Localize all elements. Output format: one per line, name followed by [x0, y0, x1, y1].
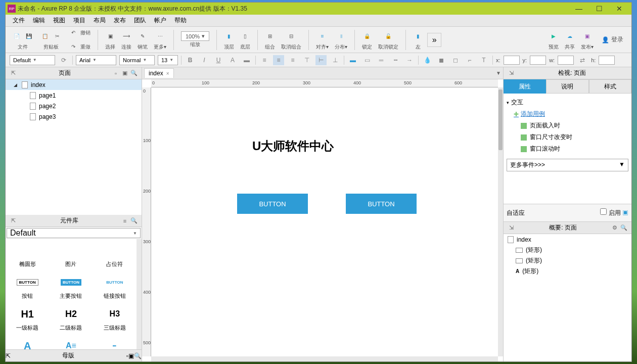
collapse-icon[interactable]: ⇲	[507, 223, 516, 233]
border-color-button[interactable]: ▭	[361, 55, 373, 65]
widget-link-button[interactable]: BUTTON链接按钮	[93, 271, 136, 303]
shadow-in-button[interactable]: ◻	[450, 55, 461, 65]
menu-file[interactable]: 文件	[9, 16, 29, 25]
collapse-icon[interactable]: ⇱	[9, 69, 18, 78]
shadow-out-button[interactable]: ◼	[436, 55, 447, 65]
canvas-scrollbar-v[interactable]	[498, 87, 503, 356]
menu-view[interactable]: 视图	[49, 16, 69, 25]
underline-button[interactable]: U	[213, 55, 224, 65]
add-page-icon[interactable]: ▫	[111, 69, 120, 78]
canvas-scrollbar-h[interactable]	[151, 356, 498, 361]
widget-more[interactable]: ┅	[93, 335, 136, 349]
align-middle-button[interactable]: ⊢	[315, 55, 327, 65]
publish-icon[interactable]: ▣	[582, 31, 593, 41]
align-right-button[interactable]: ≡	[287, 55, 298, 65]
arrow-button[interactable]: →	[404, 55, 415, 65]
event-window-resize[interactable]: 窗口尺寸改变时	[507, 131, 628, 143]
menu-project[interactable]: 项目	[69, 16, 89, 25]
style-reset-icon[interactable]: ⟳	[58, 55, 69, 65]
x-input[interactable]	[504, 56, 520, 65]
search-icon[interactable]: 🔍	[129, 69, 139, 78]
new-file-icon[interactable]: 📄	[12, 31, 22, 41]
page-row-index[interactable]: ◢index	[6, 79, 142, 90]
ungroup-icon[interactable]: ⊟	[286, 31, 296, 41]
widget-h1[interactable]: H1一级标题	[6, 303, 49, 335]
collapse-icon[interactable]: ⇲	[507, 69, 516, 78]
size-combo[interactable]: 13▼	[158, 55, 178, 65]
share-icon[interactable]: ☁	[565, 31, 575, 41]
group-icon[interactable]: ⊞	[265, 31, 275, 41]
align-center-button[interactable]: ≡	[273, 55, 284, 65]
minimize-button[interactable]: —	[569, 3, 589, 15]
outline-item[interactable]: A(矩形)	[504, 266, 631, 277]
preview-icon[interactable]: ▶	[549, 31, 559, 41]
distribute-icon[interactable]: ⦀	[336, 31, 346, 41]
widget-ellipse[interactable]: 椭圆形	[6, 239, 49, 271]
enable-checkbox[interactable]	[600, 208, 607, 215]
toolbar-overflow-button[interactable]: »	[427, 33, 441, 47]
connect-icon[interactable]: ⟶	[121, 31, 131, 41]
widget-button[interactable]: BUTTON按钮	[6, 271, 49, 303]
library-scrollbar[interactable]	[136, 239, 142, 349]
redo-icon[interactable]: ↷	[68, 42, 78, 52]
italic-button[interactable]: I	[199, 55, 210, 65]
collapse-icon[interactable]: ⇱	[9, 216, 18, 225]
outline-item[interactable]: (矩形)	[504, 255, 631, 266]
align-top-button[interactable]: ⊤	[301, 55, 312, 65]
widget-primary-button[interactable]: BUTTON主要按钮	[49, 271, 93, 303]
menu-layout[interactable]: 布局	[89, 16, 110, 25]
highlight-button[interactable]: ▬	[241, 55, 252, 65]
menu-edit[interactable]: 编辑	[29, 16, 49, 25]
menu-help[interactable]: 帮助	[170, 16, 191, 25]
corner-radius-button[interactable]: ⌐	[464, 55, 475, 65]
tab-style[interactable]: 样式	[589, 79, 631, 94]
canvas-heading[interactable]: U大师软件中心	[252, 138, 334, 154]
widget-image[interactable]: 图片	[49, 239, 93, 271]
undo-icon[interactable]: ↶	[68, 28, 78, 38]
paste-icon[interactable]: 📋	[40, 31, 50, 41]
h-input[interactable]	[599, 56, 615, 65]
align-left-button[interactable]: ≡	[259, 55, 270, 65]
weight-combo[interactable]: Normal▼	[119, 55, 155, 65]
filter-icon[interactable]: ⚙	[610, 223, 619, 233]
masters-panel-header[interactable]: ⇱ 母版 ▫ ▣ 🔍	[6, 349, 142, 361]
text-color-button[interactable]: A	[227, 55, 238, 65]
canvas-tab[interactable]: index×	[144, 68, 174, 78]
menu-publish[interactable]: 发布	[110, 16, 130, 25]
eyedropper-button[interactable]: 💧	[422, 55, 433, 65]
zoom-combo[interactable]: 100%▾	[181, 31, 209, 41]
widget-placeholder[interactable]: 占位符	[93, 239, 136, 271]
more-icon[interactable]: ⋯	[155, 31, 165, 41]
save-icon[interactable]: 💾	[24, 31, 34, 41]
line-width-button[interactable]: ═	[376, 55, 387, 65]
line-style-button[interactable]: ┅	[390, 55, 401, 65]
page-row[interactable]: page1	[6, 90, 142, 101]
back-icon[interactable]: ▯	[240, 31, 250, 41]
y-input[interactable]	[530, 56, 546, 65]
login-button[interactable]: 👤登录	[598, 35, 627, 44]
menu-account[interactable]: 帐户	[150, 16, 170, 25]
close-tab-icon[interactable]: ×	[166, 71, 169, 76]
library-dropdown[interactable]: Default▼	[7, 228, 141, 238]
page-row[interactable]: page3	[6, 111, 142, 122]
tab-notes[interactable]: 说明	[546, 79, 588, 94]
align-bottom-button[interactable]: ⊥	[330, 55, 341, 65]
lock-aspect-icon[interactable]: ⇄	[577, 55, 588, 65]
tab-menu-icon[interactable]: ▼	[496, 70, 501, 76]
align-left-icon[interactable]: ▮	[413, 31, 423, 41]
menu-team[interactable]: 团队	[130, 16, 150, 25]
canvas-button-1[interactable]: BUTTON	[237, 194, 308, 214]
search-icon[interactable]: 🔍	[619, 223, 628, 233]
widget-h3[interactable]: H3三级标题	[93, 303, 136, 335]
event-page-load[interactable]: 页面载入时	[507, 120, 628, 131]
pen-icon[interactable]: ✎	[138, 31, 148, 41]
unlock-icon[interactable]: 🔓	[383, 31, 393, 41]
bold-button[interactable]: B	[185, 55, 196, 65]
text-shadow-button[interactable]: T	[478, 55, 489, 65]
more-events-dropdown[interactable]: 更多事件>>>▼	[507, 159, 628, 171]
maximize-button[interactable]: ☐	[589, 3, 609, 15]
lock-icon[interactable]: 🔒	[362, 31, 372, 41]
align-icon[interactable]: ≡	[317, 31, 328, 41]
widget-more[interactable]: A	[6, 335, 49, 349]
event-window-scroll[interactable]: 窗口滚动时	[507, 143, 628, 155]
